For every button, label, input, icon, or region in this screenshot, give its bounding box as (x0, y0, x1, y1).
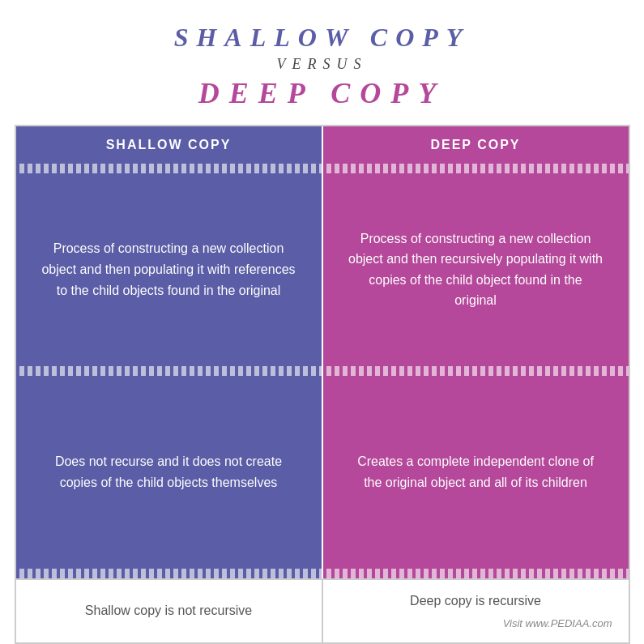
divider-cell-shallow-2 (16, 366, 323, 376)
comparison-table: SHALLOW COPY DEEP COPY Process of constr… (15, 125, 630, 644)
header-section: SHALLOW COPY VERSUS DEEP COPY (0, 0, 644, 125)
divider-1 (16, 164, 629, 173)
table-header-row: SHALLOW COPY DEEP COPY (16, 126, 629, 164)
cell-shallow-3: Shallow copy is not recursive (16, 580, 323, 643)
divider-cell-deep-2 (323, 366, 629, 376)
title-versus: VERSUS (277, 56, 368, 73)
divider-cell-shallow-3 (16, 569, 323, 578)
divider-cell-shallow-1 (16, 164, 323, 173)
cell-shallow-2: Does not recurse and it does not create … (16, 376, 323, 569)
cell-deep-2: Creates a complete independent clone of … (323, 376, 629, 569)
content-row-1: Process of constructing a new collection… (16, 173, 629, 366)
divider-2 (16, 366, 629, 376)
divider-3 (16, 569, 629, 578)
cell-deep-3: Deep copy is recursive Visit www.PEDIAA.… (323, 580, 629, 643)
divider-cell-deep-3 (323, 569, 629, 578)
divider-cell-deep-1 (323, 164, 629, 173)
title-shallow: SHALLOW COPY (174, 23, 471, 53)
col-header-shallow: SHALLOW COPY (16, 126, 323, 164)
title-deep: DEEP COPY (198, 76, 446, 110)
pediaa-credit: Visit www.PEDIAA.com (339, 611, 612, 632)
content-row-2: Does not recurse and it does not create … (16, 376, 629, 569)
cell-shallow-1: Process of constructing a new collection… (16, 173, 323, 366)
col-header-deep: DEEP COPY (323, 126, 629, 164)
footer-row: Shallow copy is not recursive Deep copy … (16, 578, 629, 643)
cell-deep-1: Process of constructing a new collection… (323, 173, 629, 366)
